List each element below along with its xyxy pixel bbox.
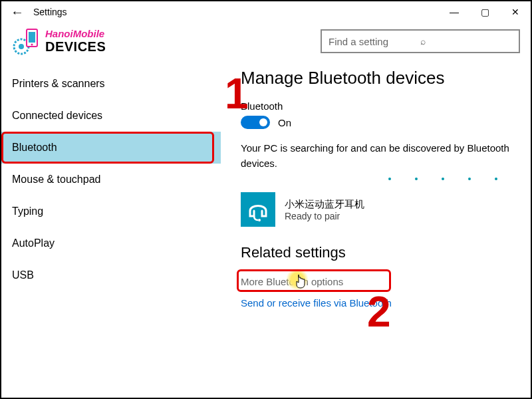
sidebar-item-connected-devices[interactable]: Connected devices — [1, 100, 221, 132]
headset-icon — [241, 192, 275, 227]
device-item[interactable]: 小米运动蓝牙耳机 Ready to pair — [241, 192, 517, 227]
toggle-knob — [259, 118, 267, 126]
sidebar-item-label: Mouse & touchpad — [12, 174, 100, 186]
sidebar-item-printers[interactable]: Printers & scanners — [1, 68, 221, 100]
sidebar-item-autoplay[interactable]: AutoPlay — [1, 227, 221, 259]
svg-point-5 — [258, 219, 261, 221]
back-arrow-icon[interactable]: ← — [7, 5, 28, 20]
page-heading: Manage Bluetooth devices — [241, 68, 517, 88]
svg-point-1 — [19, 44, 24, 49]
sidebar-item-mouse-touchpad[interactable]: Mouse & touchpad — [1, 164, 221, 196]
search-placeholder: Find a setting — [329, 36, 420, 47]
search-icon: ⌕ — [420, 36, 512, 47]
sidebar-item-label: Bluetooth — [12, 142, 57, 154]
bluetooth-status-text: Your PC is searching for and can be disc… — [241, 141, 517, 171]
maximize-button[interactable]: ▢ — [469, 1, 500, 23]
logo-block: HanoiMobile DEVICES — [12, 27, 106, 56]
sidebar: Printers & scanners Connected devices Bl… — [1, 64, 221, 399]
bluetooth-label: Bluetooth — [241, 100, 517, 112]
device-status: Ready to pair — [285, 211, 364, 221]
gear-phone-icon — [12, 27, 41, 56]
related-settings-heading: Related settings — [241, 244, 517, 261]
sidebar-item-label: Printers & scanners — [12, 78, 105, 90]
send-receive-files-link[interactable]: Send or receive files via Bluetooth — [241, 297, 517, 309]
svg-point-4 — [31, 44, 33, 46]
devices-heading: DEVICES — [45, 39, 106, 54]
sidebar-item-label: Typing — [12, 205, 43, 217]
content: Printers & scanners Connected devices Bl… — [1, 64, 531, 399]
brand-text: HanoiMobile — [45, 29, 106, 40]
bluetooth-toggle[interactable] — [241, 116, 270, 129]
titlebar: ← Settings — ▢ ✕ — [1, 1, 531, 23]
sidebar-item-bluetooth[interactable]: Bluetooth — [1, 132, 221, 164]
sidebar-item-label: Connected devices — [12, 110, 102, 122]
header: HanoiMobile DEVICES Find a setting ⌕ — [1, 23, 531, 64]
bluetooth-toggle-row: On — [241, 116, 517, 129]
sidebar-item-usb[interactable]: USB — [1, 259, 221, 291]
link-text: More Bluetooth options — [241, 276, 343, 287]
sidebar-item-label: AutoPlay — [12, 237, 55, 249]
window-title: Settings — [33, 7, 67, 17]
svg-rect-3 — [29, 32, 35, 43]
sidebar-item-typing[interactable]: Typing — [1, 196, 221, 227]
link-text: Send or receive files via Bluetooth — [241, 297, 392, 309]
toggle-state-text: On — [278, 117, 291, 128]
close-button[interactable]: ✕ — [500, 1, 531, 23]
more-bluetooth-options-link[interactable]: More Bluetooth options — [241, 272, 517, 291]
device-info: 小米运动蓝牙耳机 Ready to pair — [285, 198, 364, 221]
searching-indicator — [241, 178, 517, 180]
window-controls: — ▢ ✕ — [439, 1, 531, 23]
minimize-button[interactable]: — — [439, 1, 469, 23]
search-input[interactable]: Find a setting ⌕ — [321, 29, 520, 53]
sidebar-item-label: USB — [12, 269, 34, 281]
main-panel: Manage Bluetooth devices Bluetooth On Yo… — [221, 64, 531, 399]
device-name: 小米运动蓝牙耳机 — [285, 198, 364, 211]
